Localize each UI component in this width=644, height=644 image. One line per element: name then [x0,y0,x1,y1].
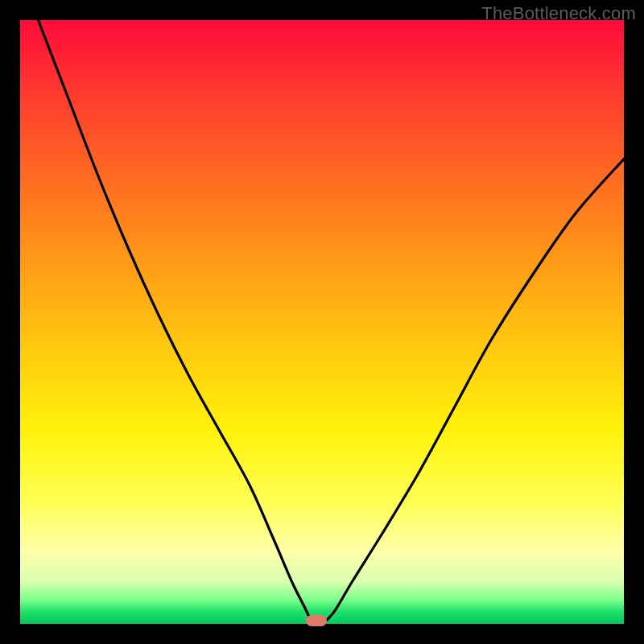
chart-frame: TheBottleneck.com [0,0,644,644]
plot-area [20,20,624,624]
minimum-marker [306,615,327,626]
curve-svg [20,20,624,624]
bottleneck-curve [39,20,625,624]
